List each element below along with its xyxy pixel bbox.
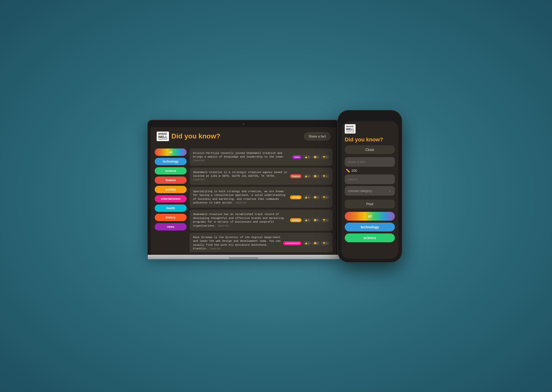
reaction-dislike-4[interactable]: 👎 0 <box>321 218 329 222</box>
fact-card-1: Kristin Perttula recently joined ShakeWe… <box>190 149 332 166</box>
phone-categories: all technology science <box>345 212 395 242</box>
phone-cat-science[interactable]: science <box>345 233 395 242</box>
phone-logo: SHAKE WELL CREATIVE <box>345 124 395 134</box>
phone-category-label: choose category: <box>348 189 373 193</box>
chevron-down-icon: ⌄ <box>389 189 391 192</box>
laptop-base <box>148 255 339 259</box>
laptop-device: SHAKE WELL CREATIVE Did you know? Share … <box>148 120 339 259</box>
phone-logo-creative: CREATIVE <box>346 131 354 133</box>
sidebar-cat-finance[interactable]: finance <box>155 176 187 184</box>
logo-creative: CREATIVE <box>158 139 167 140</box>
reactions-4: 👍 0 😐 0 👎 0 <box>303 218 329 222</box>
logo-well: WELL <box>158 135 167 139</box>
phone-app-title: Did you know? <box>345 136 395 143</box>
fact-tag-3: society <box>290 195 302 199</box>
reaction-dislike-2[interactable]: 👎 0 <box>321 174 329 178</box>
char-count-value: 200 <box>351 169 357 173</box>
laptop-logo: SHAKE WELL CREATIVE Did you know? <box>157 132 220 141</box>
reaction-like-1[interactable]: 👍 3 <box>303 155 311 159</box>
pencil-icon: ✏️ <box>346 169 350 173</box>
fact-text-4: ShakeWell Creative has an established tr… <box>193 213 288 228</box>
reaction-like-2[interactable]: 👍 0 <box>303 174 311 178</box>
sidebar-cat-technology[interactable]: technology <box>155 158 187 165</box>
reactions-5: 👍 0 😐 0 👎 0 <box>303 241 329 245</box>
laptop-app-title: Did you know? <box>171 132 220 140</box>
reaction-neutral-5[interactable]: 😐 0 <box>312 241 320 245</box>
reaction-neutral-3[interactable]: 😐 0 <box>312 195 320 199</box>
fact-text-2: ShakeWell Creative is a strategic creati… <box>193 171 288 182</box>
reaction-like-5[interactable]: 👍 0 <box>303 241 311 245</box>
fact-text-3: Specializing in both strategy and creati… <box>193 190 288 205</box>
reaction-dislike-5[interactable]: 👎 0 <box>321 241 329 245</box>
fact-card-3: Specializing in both strategy and creati… <box>190 187 332 208</box>
fact-card-4: ShakeWell Creative has an established tr… <box>190 210 332 231</box>
reaction-neutral-4[interactable]: 😐 0 <box>312 218 320 222</box>
reaction-like-4[interactable]: 👍 0 <box>303 218 311 222</box>
sidebar-cat-all[interactable]: all <box>155 149 187 156</box>
fact-meta-1: news 👍 3 😐 1 👎 0 <box>292 155 329 159</box>
fact-meta-3: society 👍 0 😐 0 👎 0 <box>290 195 329 199</box>
logo-shake: SHAKE <box>158 133 167 135</box>
reactions-2: 👍 0 😐 0 👎 0 <box>303 174 329 178</box>
phone-cat-all[interactable]: all <box>345 212 395 221</box>
sidebar-cat-entertainment[interactable]: entertainment <box>155 195 187 203</box>
sidebar-cat-health[interactable]: health <box>155 204 187 212</box>
reaction-neutral-1[interactable]: 😐 1 <box>312 155 320 159</box>
phone-post-button[interactable]: Post <box>345 200 395 208</box>
phone-logo-shake: SHAKE <box>346 125 354 128</box>
phone-category-wrapper: choose category: ⌄ <box>345 186 395 196</box>
sidebar-cat-history[interactable]: history <box>155 214 187 221</box>
fact-tag-1: news <box>292 155 302 159</box>
phone-logo-box: SHAKE WELL CREATIVE <box>345 124 356 134</box>
fact-meta-5: entertainment 👍 0 😐 0 👎 0 <box>283 241 329 245</box>
reactions-3: 👍 0 😐 0 👎 0 <box>303 195 329 199</box>
reaction-dislike-3[interactable]: 👎 0 <box>321 195 329 199</box>
phone-char-count: ✏️ 200 <box>345 169 395 173</box>
laptop-sidebar: all technology science finance society e… <box>155 149 187 252</box>
fact-tag-2: finance <box>290 174 302 178</box>
share-fact-button[interactable]: Share a fact <box>304 132 331 140</box>
reaction-neutral-2[interactable]: 😐 0 <box>312 174 320 178</box>
fact-meta-4: society 👍 0 😐 0 👎 0 <box>290 218 329 222</box>
sidebar-cat-science[interactable]: science <box>155 167 187 175</box>
reaction-dislike-1[interactable]: 👎 0 <box>321 155 329 159</box>
fact-card-5: Mike Strahan is the Director of the Digi… <box>190 233 332 252</box>
phone-device: SHAKE WELL CREATIVE Did you know? Close … <box>338 110 402 262</box>
phone-source-input[interactable] <box>345 175 395 184</box>
fact-meta-2: finance 👍 0 😐 0 👎 0 <box>290 174 329 178</box>
laptop-camera <box>243 123 245 125</box>
laptop-facts-list: Kristin Perttula recently joined ShakeWe… <box>190 149 332 252</box>
phone-logo-well: WELL <box>346 128 354 131</box>
phone-cat-technology[interactable]: technology <box>345 223 395 231</box>
fact-card-2: ShakeWell Creative is a strategic creati… <box>190 168 332 185</box>
reactions-1: 👍 3 😐 1 👎 0 <box>303 155 329 159</box>
sidebar-cat-news[interactable]: news <box>155 223 187 230</box>
fact-tag-4: society <box>290 218 302 222</box>
fact-tag-5: entertainment <box>283 241 302 245</box>
reaction-like-3[interactable]: 👍 0 <box>303 195 311 199</box>
phone-close-button[interactable]: Close <box>345 145 395 154</box>
fact-text-1: Kristin Perttula recently joined ShakeWe… <box>193 151 290 163</box>
phone-notch <box>360 114 380 119</box>
fact-text-5: Mike Strahan is the Director of the Digi… <box>193 236 281 251</box>
sidebar-cat-society[interactable]: society <box>155 186 187 193</box>
phone-share-input[interactable] <box>345 157 395 167</box>
